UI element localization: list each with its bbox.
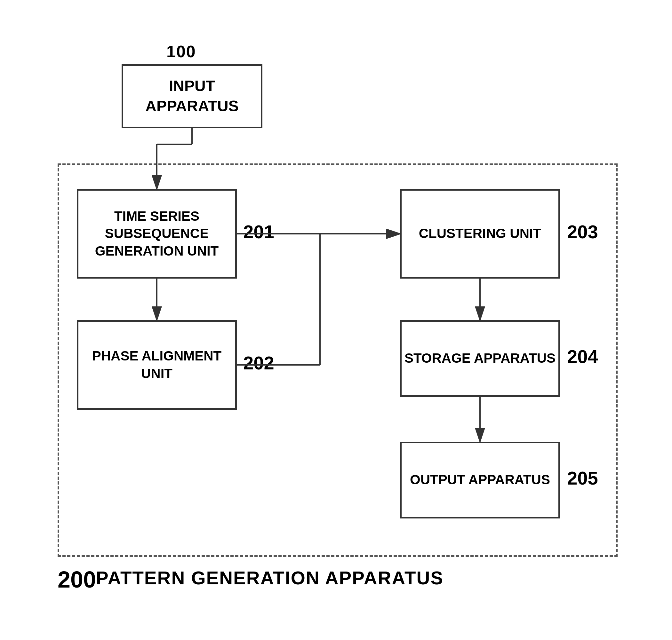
label-201: 201: [243, 221, 274, 243]
time-series-box: TIME SERIES SUBSEQUENCE GENERATION UNIT: [77, 189, 237, 279]
input-apparatus-label: INPUT APPARATUS: [123, 76, 261, 116]
storage-box: STORAGE APPARATUS: [400, 320, 560, 397]
phase-alignment-box: PHASE ALIGNMENT UNIT: [77, 320, 237, 410]
pattern-gen-number: 200: [58, 566, 96, 593]
label-202: 202: [243, 352, 274, 374]
output-label: OUTPUT APPARATUS: [410, 471, 550, 489]
pattern-gen-text: PATTERN GENERATION APPARATUS: [96, 567, 444, 588]
clustering-label: CLUSTERING UNIT: [419, 225, 541, 243]
label-203: 203: [567, 221, 598, 243]
time-series-label: TIME SERIES SUBSEQUENCE GENERATION UNIT: [78, 207, 235, 260]
input-apparatus-box: INPUT APPARATUS: [121, 64, 262, 128]
output-box: OUTPUT APPARATUS: [400, 442, 560, 519]
clustering-box: CLUSTERING UNIT: [400, 189, 560, 279]
input-apparatus-number: 100: [167, 42, 196, 61]
phase-alignment-label: PHASE ALIGNMENT UNIT: [78, 347, 235, 382]
diagram-container: 100 INPUT APPARATUS TIME SERIES SUBSEQUE…: [32, 32, 640, 608]
label-204: 204: [567, 346, 598, 367]
storage-label: STORAGE APPARATUS: [404, 350, 556, 367]
label-205: 205: [567, 467, 598, 489]
